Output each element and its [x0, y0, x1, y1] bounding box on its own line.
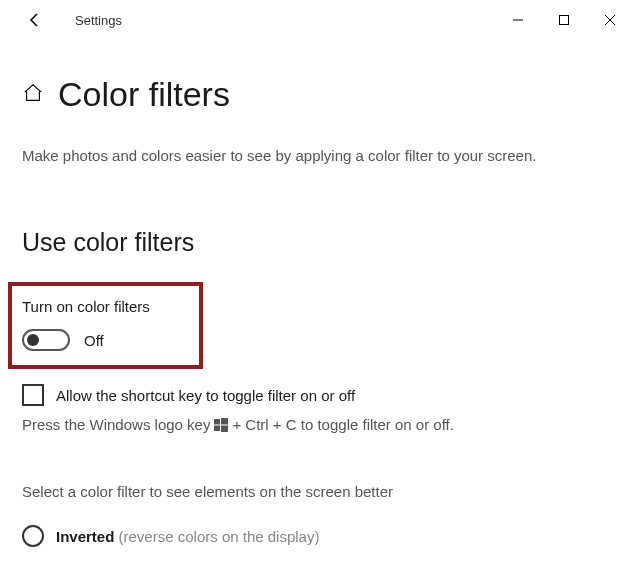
shortcut-checkbox[interactable]	[22, 384, 44, 406]
svg-rect-4	[214, 419, 220, 425]
shortcut-hint: Press the Windows logo key + Ctrl + C to…	[22, 416, 611, 433]
close-button[interactable]	[587, 0, 633, 40]
color-filters-toggle[interactable]	[22, 329, 70, 351]
inverted-radio[interactable]	[22, 525, 44, 547]
window-title: Settings	[75, 13, 122, 28]
shortcut-checkbox-label: Allow the shortcut key to toggle filter …	[56, 387, 355, 404]
radio-desc: (reverse colors on the display)	[119, 528, 320, 545]
radio-name: Inverted	[56, 528, 114, 545]
svg-rect-7	[221, 425, 228, 432]
home-icon[interactable]	[22, 82, 44, 108]
hint-prefix: Press the Windows logo key	[22, 416, 210, 433]
section-heading: Use color filters	[22, 228, 611, 257]
hint-suffix: + Ctrl + C to toggle filter on or off.	[232, 416, 454, 433]
toggle-section: Turn on color filters Off	[8, 282, 203, 369]
select-filter-hint: Select a color filter to see elements on…	[22, 483, 611, 500]
minimize-button[interactable]	[495, 0, 541, 40]
page-description: Make photos and colors easier to see by …	[22, 144, 582, 168]
page-title: Color filters	[58, 75, 230, 114]
svg-rect-1	[560, 16, 569, 25]
toggle-label: Turn on color filters	[22, 298, 189, 315]
toggle-state: Off	[84, 332, 104, 349]
windows-logo-icon	[214, 418, 228, 432]
maximize-button[interactable]	[541, 0, 587, 40]
inverted-radio-label: Inverted (reverse colors on the display)	[56, 528, 319, 545]
svg-rect-5	[221, 418, 228, 425]
back-button[interactable]	[20, 5, 50, 35]
svg-rect-6	[214, 425, 220, 431]
